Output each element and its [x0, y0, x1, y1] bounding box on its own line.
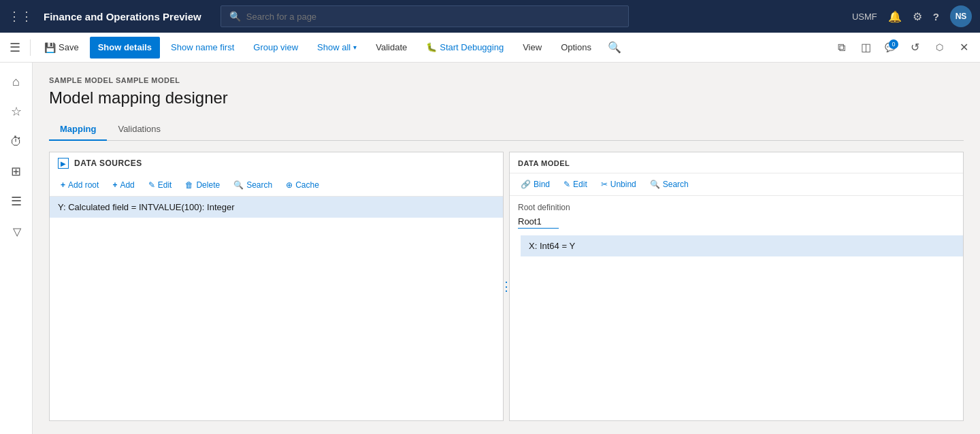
add-root-button[interactable]: + Add root	[55, 178, 104, 192]
top-navigation: ⋮⋮ Finance and Operations Preview 🔍 USMF…	[0, 0, 980, 33]
show-name-first-button[interactable]: Show name first	[163, 37, 242, 59]
save-icon: 💾	[44, 42, 56, 53]
sidebar-home-icon[interactable]: ⌂	[3, 68, 30, 95]
sidebar-workspaces-icon[interactable]: ⊞	[3, 158, 30, 185]
start-debugging-button[interactable]: 🐛 Start Debugging	[418, 37, 512, 59]
view-button[interactable]: View	[514, 37, 550, 59]
user-avatar[interactable]: NS	[950, 5, 972, 27]
delete-icon: 🗑	[185, 180, 193, 190]
content-area: SAMPLE MODEL SAMPLE MODEL Model mapping …	[33, 63, 980, 434]
tab-mapping[interactable]: Mapping	[49, 118, 107, 141]
dm-search-icon: 🔍	[650, 180, 660, 189]
bind-button[interactable]: 🔗 Bind	[515, 178, 555, 191]
data-model-panel: DATA MODEL 🔗 Bind ✎ Edit ✂ Unbind	[509, 152, 964, 421]
data-sources-header: DATA SOURCES	[74, 158, 142, 168]
data-model-header: DATA MODEL	[510, 152, 963, 173]
sidebar-list-icon[interactable]: ☰	[3, 188, 30, 215]
sidebar-filter-icon[interactable]: ▽	[3, 218, 30, 245]
data-sources-toolbar: + Add root + Add ✎ Edit 🗑 Delete	[50, 174, 503, 197]
show-all-chevron: ▾	[353, 44, 357, 51]
toolbar-separator-1	[30, 39, 31, 56]
main-layout: ⌂ ☆ ⏱ ⊞ ☰ ▽ SAMPLE MODEL SAMPLE MODEL Mo…	[0, 63, 980, 434]
show-all-button[interactable]: Show all ▾	[309, 37, 365, 59]
group-view-button[interactable]: Group view	[245, 37, 306, 59]
show-details-button[interactable]: Show details	[90, 37, 160, 59]
left-sidebar: ⌂ ☆ ⏱ ⊞ ☰ ▽	[0, 63, 33, 434]
notification-count: 0	[889, 39, 898, 49]
app-title: Finance and Operations Preview	[44, 11, 201, 22]
unbind-icon: ✂	[601, 180, 608, 189]
root-def-label: Root definition	[518, 203, 955, 212]
dm-search-button[interactable]: 🔍 Search	[644, 178, 694, 191]
data-model-toolbar: 🔗 Bind ✎ Edit ✂ Unbind 🔍 Search	[510, 173, 963, 196]
expand-section: ▶ DATA SOURCES	[50, 152, 503, 174]
save-button[interactable]: 💾 Save	[36, 37, 87, 59]
edit-icon: ✎	[148, 180, 155, 190]
company-label: USMF	[852, 12, 877, 22]
help-icon[interactable]: ?	[933, 11, 939, 22]
page-tabs: Mapping Validations	[49, 118, 964, 141]
panel-divider[interactable]: ⋮	[504, 152, 509, 421]
edit-button[interactable]: ✎ Edit	[143, 178, 178, 192]
breadcrumb: SAMPLE MODEL SAMPLE MODEL	[49, 76, 964, 84]
open-external-icon[interactable]: ⬡	[928, 37, 950, 59]
bell-icon[interactable]: 🔔	[888, 10, 902, 23]
notification-button[interactable]: 💬 0	[879, 37, 901, 59]
search-ds-icon: 🔍	[233, 180, 244, 190]
tab-validations[interactable]: Validations	[107, 118, 172, 141]
puzzle-icon[interactable]: ⧉	[830, 37, 852, 59]
close-button[interactable]: ✕	[953, 37, 975, 59]
toolbar-search-icon[interactable]: 🔍	[602, 38, 627, 56]
page-title: Model mapping designer	[49, 88, 964, 107]
validate-button[interactable]: Validate	[368, 37, 415, 59]
search-input[interactable]	[246, 12, 620, 22]
panels-container: ▶ DATA SOURCES + Add root + Add ✎	[49, 152, 964, 421]
toolbar-right-icons: ⧉ ◫ 💬 0 ↺ ⬡ ✕	[830, 37, 975, 59]
add-root-icon: +	[61, 180, 65, 190]
action-toolbar: ☰ 💾 Save Show details Show name first Gr…	[0, 33, 980, 63]
sidebar-favorites-icon[interactable]: ☆	[3, 98, 30, 125]
apps-grid-icon[interactable]: ⋮⋮	[8, 9, 33, 24]
cache-icon: ⊕	[286, 180, 293, 190]
options-button[interactable]: Options	[553, 37, 600, 59]
root-definition-section: Root definition Root1	[510, 196, 963, 235]
settings-icon[interactable]: ⚙	[913, 10, 922, 23]
root-def-value[interactable]: Root1	[518, 215, 559, 229]
global-search-bar[interactable]: 🔍	[220, 5, 629, 27]
cache-button[interactable]: ⊕ Cache	[280, 178, 325, 192]
expand-icon[interactable]: ▶	[58, 158, 69, 169]
debug-icon: 🐛	[426, 42, 437, 52]
dm-edit-icon: ✎	[564, 180, 570, 189]
sidebar-recent-icon[interactable]: ⏱	[3, 128, 30, 155]
unbind-button[interactable]: ✂ Unbind	[595, 178, 642, 191]
panel-expand-icon[interactable]: ◫	[855, 37, 877, 59]
search-icon: 🔍	[229, 11, 241, 22]
bind-icon: 🔗	[521, 180, 531, 189]
dm-edit-button[interactable]: ✎ Edit	[558, 178, 593, 191]
top-right-controls: USMF 🔔 ⚙ ? NS	[852, 5, 972, 27]
arrow-right-icon: ▶	[61, 160, 66, 167]
refresh-icon[interactable]: ↺	[904, 37, 926, 59]
hamburger-menu-button[interactable]: ☰	[5, 37, 24, 59]
data-model-row[interactable]: X: Int64 = Y	[521, 235, 963, 256]
add-button[interactable]: + Add	[107, 178, 140, 192]
data-sources-row[interactable]: Y: Calculated field = INTVALUE(100): Int…	[50, 197, 503, 218]
add-icon: +	[112, 180, 117, 190]
delete-button[interactable]: 🗑 Delete	[180, 178, 225, 192]
search-button[interactable]: 🔍 Search	[228, 178, 278, 192]
data-sources-panel: ▶ DATA SOURCES + Add root + Add ✎	[49, 152, 504, 421]
